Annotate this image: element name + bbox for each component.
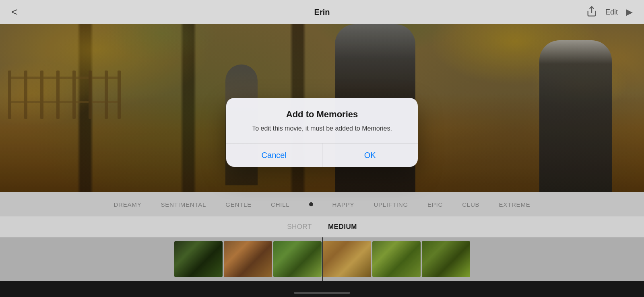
dialog-overlay: Add to Memories To edit this movie, it m…	[0, 0, 644, 297]
dialog-title: Add to Memories	[239, 109, 405, 120]
add-to-memories-dialog: Add to Memories To edit this movie, it m…	[226, 98, 418, 167]
dialog-buttons: Cancel OK	[226, 143, 418, 167]
dialog-ok-button[interactable]: OK	[322, 143, 418, 167]
dialog-message: To edit this movie, it must be added to …	[239, 124, 405, 133]
dialog-cancel-button[interactable]: Cancel	[226, 143, 322, 167]
dialog-content: Add to Memories To edit this movie, it m…	[226, 98, 418, 133]
